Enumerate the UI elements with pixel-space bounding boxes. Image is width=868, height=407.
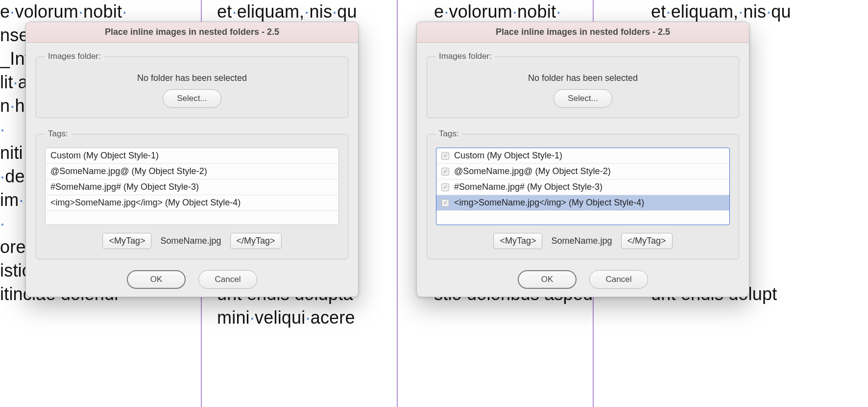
images-folder-group: Images folder: No folder has been select… — [427, 51, 739, 118]
cancel-button[interactable]: Cancel — [589, 270, 648, 289]
ok-button[interactable]: OK — [518, 270, 577, 289]
text-frame-edge — [397, 0, 398, 407]
tags-group: Tags: Custom (My Object Style-1) @SomeNa… — [36, 129, 348, 259]
tags-legend: Tags: — [45, 129, 71, 139]
dialog-title: Place inline images in nested folders - … — [417, 22, 749, 43]
folder-status-text: No folder has been selected — [45, 73, 339, 83]
dialog-button-row: OK Cancel — [427, 270, 739, 289]
images-folder-legend: Images folder: — [436, 51, 495, 61]
list-item[interactable]: Custom (My Object Style-1) — [46, 148, 338, 164]
close-tag-chip[interactable]: </MyTag> — [621, 233, 673, 249]
select-folder-button[interactable]: Select... — [163, 89, 221, 108]
list-item[interactable]: <img>SomeName.jpg</img> (My Object Style… — [436, 195, 729, 211]
dialog-button-row: OK Cancel — [36, 270, 348, 289]
tags-legend: Tags: — [436, 129, 462, 139]
list-item[interactable]: <img>SomeName.jpg</img> (My Object Style… — [46, 195, 338, 211]
folder-status-text: No folder has been selected — [436, 73, 730, 83]
place-images-dialog: Place inline images in nested folders - … — [416, 22, 749, 297]
tag-example-row: <MyTag> SomeName.jpg </MyTag> — [45, 233, 339, 249]
open-tag-chip[interactable]: <MyTag> — [102, 233, 151, 249]
tag-example-filename: SomeName.jpg — [160, 236, 221, 246]
list-item[interactable]: @SomeName.jpg@ (My Object Style-2) — [436, 164, 729, 179]
place-images-dialog: Place inline images in nested folders - … — [25, 22, 359, 297]
list-item[interactable] — [46, 211, 338, 225]
tags-group: Tags: Custom (My Object Style-1) @SomeNa… — [427, 129, 739, 259]
list-item[interactable]: @SomeName.jpg@ (My Object Style-2) — [46, 164, 338, 179]
checkbox-icon[interactable] — [441, 183, 449, 191]
list-item[interactable]: #SomeName.jpg# (My Object Style-3) — [436, 179, 729, 195]
checkbox-icon[interactable] — [441, 199, 449, 207]
tags-listbox[interactable]: Custom (My Object Style-1) @SomeName.jpg… — [436, 148, 730, 225]
cancel-button[interactable]: Cancel — [198, 270, 257, 289]
ok-button[interactable]: OK — [127, 270, 186, 289]
list-item[interactable]: Custom (My Object Style-1) — [436, 148, 729, 164]
images-folder-group: Images folder: No folder has been select… — [36, 51, 348, 118]
list-item[interactable] — [436, 211, 729, 225]
open-tag-chip[interactable]: <MyTag> — [493, 233, 542, 249]
close-tag-chip[interactable]: </MyTag> — [230, 233, 282, 249]
images-folder-legend: Images folder: — [45, 51, 104, 61]
tag-example-row: <MyTag> SomeName.jpg </MyTag> — [436, 233, 730, 249]
select-folder-button[interactable]: Select... — [554, 89, 612, 108]
tag-example-filename: SomeName.jpg — [551, 236, 612, 246]
dialog-title: Place inline images in nested folders - … — [26, 22, 358, 43]
checkbox-icon[interactable] — [441, 168, 449, 176]
list-item[interactable]: #SomeName.jpg# (My Object Style-3) — [46, 179, 338, 195]
checkbox-icon[interactable] — [441, 152, 449, 160]
tags-listbox[interactable]: Custom (My Object Style-1) @SomeName.jpg… — [45, 148, 339, 225]
